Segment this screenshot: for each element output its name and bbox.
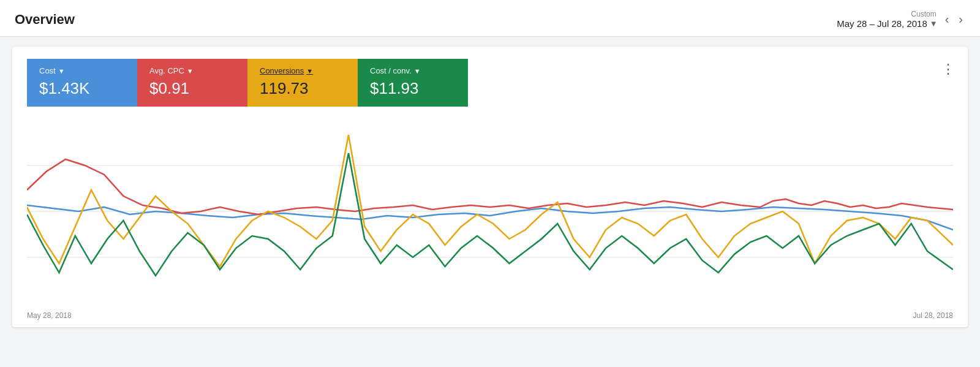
chart-end-date: Jul 28, 2018	[913, 311, 953, 320]
metrics-row: Cost ▼ $1.43K Avg. CPC ▼ $0.91 Conversio…	[27, 59, 953, 107]
chart-start-date: May 28, 2018	[27, 311, 72, 320]
cost-value: $1.43K	[39, 79, 125, 98]
main-content: ⋮ Cost ▼ $1.43K Avg. CPC ▼ $0.91	[0, 37, 980, 337]
dropdown-arrow-icon[interactable]: ▼	[930, 19, 938, 28]
avg-cpc-dropdown-icon[interactable]: ▼	[187, 67, 194, 75]
metric-tile-cost-conv[interactable]: Cost / conv. ▼ $11.93	[358, 59, 468, 107]
date-range-dropdown[interactable]: May 28 – Jul 28, 2018 ▼	[837, 18, 937, 29]
prev-arrow-icon[interactable]: ‹	[943, 10, 952, 29]
metric-tile-conversions[interactable]: Conversions ▼ 119.73	[247, 59, 358, 107]
avg-cpc-value: $0.91	[149, 79, 235, 98]
conversions-value: 119.73	[260, 79, 345, 98]
metric-tile-cost[interactable]: Cost ▼ $1.43K	[27, 59, 137, 107]
cost-dropdown-icon[interactable]: ▼	[58, 67, 65, 75]
date-range-value: May 28 – Jul 28, 2018	[837, 18, 927, 29]
conversions-dropdown-icon[interactable]: ▼	[306, 67, 313, 75]
more-options-icon[interactable]: ⋮	[941, 61, 956, 77]
chart-axis-labels: May 28, 2018 Jul 28, 2018	[27, 311, 953, 320]
metric-tile-avg-cpc[interactable]: Avg. CPC ▼ $0.91	[137, 59, 247, 107]
chart-container: May 28, 2018 Jul 28, 2018	[27, 116, 953, 312]
page-header: Overview Custom May 28 – Jul 28, 2018 ▼ …	[0, 0, 980, 37]
date-range-label: Custom	[911, 10, 936, 18]
avg-cpc-label: Avg. CPC ▼	[149, 66, 235, 75]
cost-conv-dropdown-icon[interactable]: ▼	[414, 67, 421, 75]
overview-chart	[27, 116, 953, 306]
next-arrow-icon[interactable]: ›	[956, 10, 965, 29]
date-range-container: Custom May 28 – Jul 28, 2018 ▼ ‹ ›	[837, 10, 965, 29]
nav-arrows: ‹ ›	[943, 10, 965, 29]
conversions-label: Conversions ▼	[260, 66, 345, 75]
date-range-selector[interactable]: Custom May 28 – Jul 28, 2018 ▼	[837, 10, 937, 29]
cost-conv-value: $11.93	[370, 79, 456, 98]
cost-label: Cost ▼	[39, 66, 125, 75]
overview-card: ⋮ Cost ▼ $1.43K Avg. CPC ▼ $0.91	[12, 47, 968, 327]
page-title: Overview	[15, 12, 75, 28]
cost-conv-label: Cost / conv. ▼	[370, 66, 456, 75]
